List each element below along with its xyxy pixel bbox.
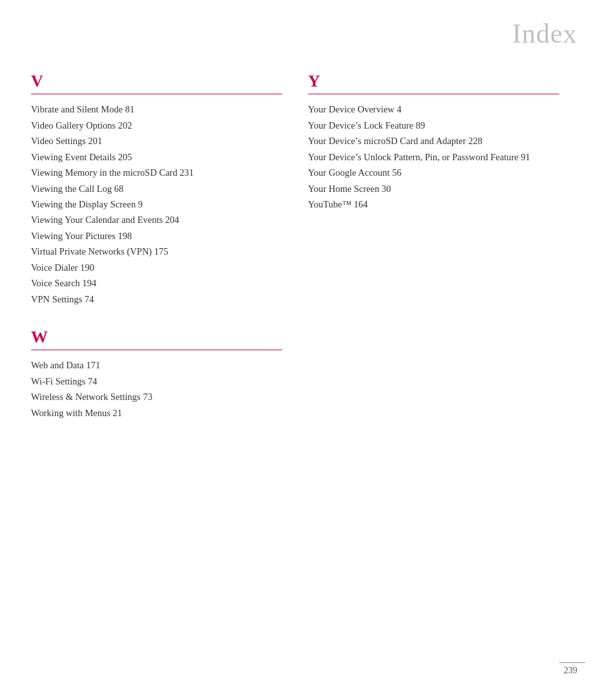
section-v: V Vibrate and Silent Mode 81 Video Galle… [31,71,282,306]
list-item: Your Google Account 56 [308,165,559,180]
left-column: V Vibrate and Silent Mode 81 Video Galle… [31,71,308,441]
list-item: Virtual Private Networks (VPN) 175 [31,244,282,258]
section-letter-y: Y [308,71,559,91]
page-title: Index [512,18,577,49]
section-letter-w: W [31,327,282,347]
list-item: Your Home Screen 30 [308,182,559,196]
list-item: Viewing Your Pictures 198 [31,229,282,243]
section-divider-v [31,94,282,94]
list-item: Viewing Event Details 205 [31,150,282,164]
list-item: Video Gallery Options 202 [31,118,282,132]
section-y: Y Your Device Overview 4 Your Device’s L… [308,71,559,211]
list-item: Vibrate and Silent Mode 81 [31,102,282,116]
list-item: YouTube™ 164 [308,197,559,211]
page-number: 239 [564,666,577,676]
list-item: Voice Dialer 190 [31,260,282,275]
section-letter-v: V [31,71,282,91]
index-columns: V Vibrate and Silent Mode 81 Video Galle… [31,71,585,441]
list-item: Working with Menus 21 [31,406,282,420]
list-item: Viewing Memory in the microSD Card 231 [31,165,282,180]
section-divider-y [308,94,559,94]
list-item: Video Settings 201 [31,134,282,148]
list-item: Viewing the Display Screen 9 [31,197,282,211]
list-item: Wi-Fi Settings 74 [31,374,282,388]
list-item: Web and Data 171 [31,358,282,372]
list-item: Viewing Your Calendar and Events 204 [31,213,282,227]
list-item: VPN Settings 74 [31,292,282,306]
section-divider-w [31,350,282,350]
list-item: Voice Search 194 [31,276,282,290]
list-item: Your Device’s Unlock Pattern, Pin, or Pa… [308,150,559,164]
list-item: Your Device Overview 4 [308,102,559,116]
list-item: Viewing the Call Log 68 [31,182,282,196]
list-item: Your Device’s Lock Feature 89 [308,118,559,132]
list-item: Your Device’s microSD Card and Adapter 2… [308,134,559,148]
section-w: W Web and Data 171 Wi-Fi Settings 74 Wir… [31,327,282,420]
list-item: Wireless & Network Settings 73 [31,390,282,404]
right-column: Y Your Device Overview 4 Your Device’s L… [308,71,585,441]
bottom-rule [559,662,585,663]
